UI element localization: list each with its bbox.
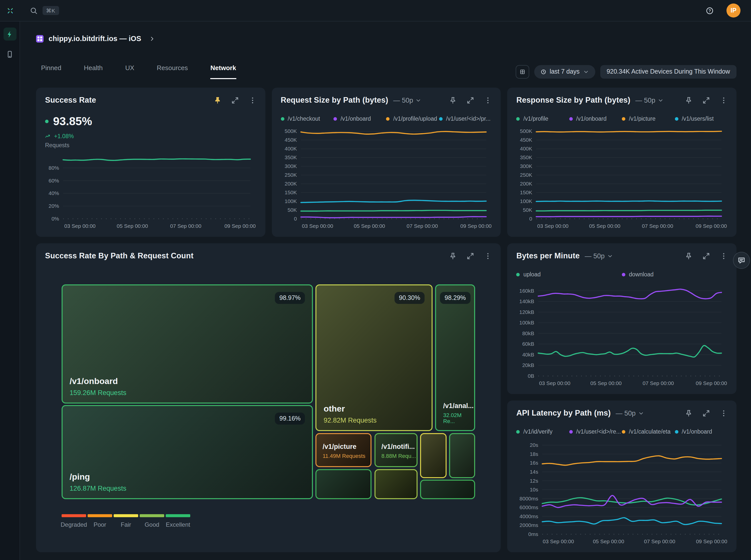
global-search[interactable]: ⌘K bbox=[30, 6, 59, 15]
treemap-tile[interactable] bbox=[420, 479, 475, 499]
svg-text:09 Sep 00:00: 09 Sep 00:00 bbox=[696, 380, 727, 386]
treemap-tile-v1-anal[interactable]: 98.29%/v1/anal...32.02M Re... bbox=[435, 284, 475, 431]
expand-icon[interactable] bbox=[467, 252, 474, 260]
chart-svg: 050K100K150K200K250K300K350K400K450K500K… bbox=[281, 125, 492, 231]
treemap-tile-v1-onboard[interactable]: 98.97%/v1/onboard159.26M Requests bbox=[62, 284, 313, 403]
chevron-down-icon bbox=[638, 410, 644, 416]
svg-text:250K: 250K bbox=[284, 172, 297, 178]
svg-text:05 Sep 00:00: 05 Sep 00:00 bbox=[589, 223, 621, 229]
tab-pinned[interactable]: Pinned bbox=[41, 64, 61, 79]
treemap-tile[interactable] bbox=[420, 433, 447, 478]
kebab-menu-icon[interactable] bbox=[720, 96, 728, 104]
legend-dot bbox=[333, 117, 337, 120]
pin-icon[interactable] bbox=[449, 96, 457, 104]
legend-dot bbox=[622, 117, 625, 120]
pin-icon[interactable] bbox=[214, 96, 221, 104]
legend-item[interactable]: /v1/profile/upload bbox=[386, 116, 439, 122]
chevron-down-icon bbox=[658, 97, 663, 103]
legend-item[interactable]: /v1/users/list bbox=[675, 116, 728, 122]
search-icon bbox=[30, 7, 38, 14]
percentile-selector[interactable]: — 50p bbox=[616, 409, 644, 417]
latency-legend: /v1/id/verify/v1/user/<id>/re.../v1/calc… bbox=[516, 428, 728, 435]
success-rate-chart: 0%20%40%60%80%03 Sep 00:0005 Sep 00:0007… bbox=[45, 151, 256, 231]
expand-icon[interactable] bbox=[703, 96, 710, 104]
legend-item[interactable]: /v1/calculate/eta bbox=[622, 428, 675, 435]
legend-label: /v1/users/list bbox=[682, 116, 714, 122]
tile-path: /ping bbox=[69, 472, 126, 482]
expand-icon[interactable] bbox=[231, 96, 239, 104]
legend-item[interactable]: /v1/picture bbox=[622, 116, 675, 122]
treemap-tile-ping[interactable]: 99.16%/ping126.87M Requests bbox=[62, 405, 313, 499]
rail-item-timeline[interactable] bbox=[3, 27, 16, 41]
pin-icon[interactable] bbox=[449, 252, 457, 260]
feedback-chat-button[interactable] bbox=[733, 252, 750, 269]
kebab-menu-icon[interactable] bbox=[484, 252, 492, 260]
app-title: chippy.io.bitdrift.ios — iOS bbox=[48, 35, 141, 43]
expand-icon[interactable] bbox=[467, 96, 474, 104]
svg-text:8000ms: 8000ms bbox=[520, 496, 539, 501]
tab-health[interactable]: Health bbox=[84, 64, 103, 79]
svg-text:16s: 16s bbox=[530, 460, 539, 466]
ramp-item-excellent: Excellent bbox=[166, 514, 190, 528]
rail-item-devices[interactable] bbox=[3, 47, 16, 61]
legend-item[interactable]: /v1/onboard bbox=[569, 116, 622, 122]
chevron-down-icon bbox=[415, 97, 421, 103]
ramp-label: Excellent bbox=[166, 521, 190, 528]
legend-item[interactable]: /v1/onboard bbox=[675, 428, 728, 435]
legend-item[interactable]: /v1/profile bbox=[516, 116, 569, 122]
kebab-menu-icon[interactable] bbox=[484, 96, 492, 104]
delta-value: +1.08% bbox=[54, 133, 74, 139]
percentile-selector[interactable]: — 50p bbox=[585, 252, 613, 260]
legend-item[interactable]: /v1/user/<id>/pr... bbox=[439, 116, 492, 122]
legend-item[interactable]: /v1/user/<id>/re... bbox=[569, 428, 622, 435]
percentile-label: — 50p bbox=[393, 96, 413, 104]
pin-icon[interactable] bbox=[685, 409, 692, 417]
pin-icon[interactable] bbox=[685, 96, 692, 104]
expand-icon[interactable] bbox=[703, 409, 710, 417]
card-title: API Latency by Path (ms) bbox=[516, 408, 611, 418]
tab-resources[interactable]: Resources bbox=[157, 64, 188, 79]
treemap-tile[interactable] bbox=[449, 433, 475, 478]
svg-text:60%: 60% bbox=[48, 178, 59, 183]
ramp-swatch bbox=[62, 514, 86, 517]
svg-text:10s: 10s bbox=[530, 487, 539, 493]
svg-text:07 Sep 00:00: 07 Sep 00:00 bbox=[643, 380, 674, 386]
percentile-selector[interactable]: — 50p bbox=[635, 96, 663, 104]
avatar[interactable]: IP bbox=[727, 3, 740, 18]
legend-item[interactable]: upload bbox=[516, 272, 622, 277]
svg-text:150K: 150K bbox=[284, 189, 297, 195]
kebab-menu-icon[interactable] bbox=[720, 409, 728, 417]
svg-text:05 Sep 00:00: 05 Sep 00:00 bbox=[593, 538, 624, 544]
request-size-chart: 050K100K150K200K250K300K350K400K450K500K… bbox=[281, 125, 492, 231]
treemap-tile-other[interactable]: 90.30%other92.82M Requests bbox=[316, 284, 433, 431]
legend-item[interactable]: /v1/onboard bbox=[333, 116, 386, 122]
tab-ux[interactable]: UX bbox=[125, 64, 134, 79]
legend-label: /v1/onboard bbox=[341, 116, 371, 122]
percentile-selector[interactable]: — 50p bbox=[393, 96, 421, 104]
treemap-tile-v1-notifi[interactable]: /v1/notifi...8.88M Requ... bbox=[374, 433, 417, 467]
time-range-selector[interactable]: last 7 days bbox=[534, 65, 595, 78]
svg-text:100K: 100K bbox=[520, 198, 532, 204]
bitdrift-logo[interactable] bbox=[0, 7, 20, 14]
legend-item[interactable]: /v1/checkout bbox=[281, 116, 333, 122]
legend-dot bbox=[516, 430, 520, 433]
svg-text:07 Sep 00:00: 07 Sep 00:00 bbox=[407, 223, 438, 229]
treemap-tile[interactable] bbox=[374, 469, 417, 499]
legend-item[interactable]: /v1/id/verify bbox=[516, 428, 569, 435]
kebab-menu-icon[interactable] bbox=[720, 252, 728, 260]
treemap-tile[interactable] bbox=[316, 469, 371, 499]
legend-label: /v1/onboard bbox=[682, 428, 712, 435]
expand-icon[interactable] bbox=[703, 252, 710, 260]
legend-dot bbox=[281, 117, 284, 120]
legend-item[interactable]: download bbox=[622, 272, 728, 277]
treemap-tile-v1-picture[interactable]: /v1/picture11.49M Requests bbox=[316, 433, 371, 467]
breadcrumb[interactable]: chippy.io.bitdrift.ios — iOS bbox=[36, 33, 736, 44]
kebab-menu-icon[interactable] bbox=[248, 96, 256, 104]
legend-dot bbox=[439, 117, 443, 120]
layout-grid-button[interactable] bbox=[516, 65, 529, 78]
help-icon[interactable]: ? bbox=[706, 7, 713, 14]
svg-text:40kB: 40kB bbox=[523, 352, 534, 358]
pin-icon[interactable] bbox=[685, 252, 692, 260]
chevron-right-icon bbox=[149, 36, 155, 41]
tab-network[interactable]: Network bbox=[210, 64, 236, 79]
